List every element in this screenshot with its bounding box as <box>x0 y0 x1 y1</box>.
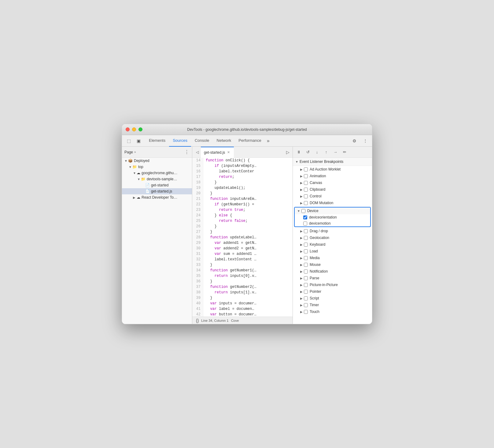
bp-checkbox[interactable] <box>304 229 308 233</box>
tree-item[interactable]: ▼☁googlechrome.githu… <box>122 170 192 176</box>
tree-item[interactable]: ▶☁React Developer To… <box>122 194 192 200</box>
bp-item[interactable]: ▶ Mouse <box>293 261 372 268</box>
bp-item[interactable]: ▶ Media <box>293 255 372 261</box>
bp-item[interactable]: ▶ Touch <box>293 308 372 315</box>
line-content[interactable]: function onClick() { <box>203 158 250 163</box>
bp-checkbox[interactable] <box>304 174 308 178</box>
bp-checkbox[interactable] <box>304 201 308 205</box>
line-content[interactable]: return inputs[0].v… <box>203 273 256 279</box>
code-tab-get-started-js[interactable]: get-started.js ✕ <box>201 147 234 158</box>
bp-item[interactable]: ▶ Animation <box>293 173 372 179</box>
bp-checkbox[interactable] <box>304 303 308 307</box>
deactivate-breakpoints-icon[interactable]: ✏ <box>341 149 348 156</box>
line-content[interactable]: } <box>203 191 212 196</box>
bp-item[interactable]: ▶ Parse <box>293 275 372 281</box>
line-content[interactable]: var label = documen… <box>203 306 254 312</box>
more-options-icon[interactable]: ⋮ <box>361 137 370 145</box>
line-content[interactable]: } <box>203 180 217 185</box>
line-content[interactable]: var button = documer… <box>203 312 256 317</box>
tree-item[interactable]: ▼📁devtools-sample… <box>122 176 192 182</box>
bp-checkbox[interactable] <box>304 296 308 300</box>
line-content[interactable]: return false; <box>203 218 248 224</box>
bp-item[interactable]: ▶ Ad Auction Worklet <box>293 166 372 173</box>
line-content[interactable]: if (getNumber1() = <box>203 202 254 207</box>
bp-checkbox[interactable] <box>304 263 308 267</box>
tab-elements[interactable]: Elements <box>145 135 169 147</box>
minimize-button[interactable] <box>132 127 136 131</box>
bp-item[interactable]: ▶ Script <box>293 295 372 302</box>
close-button[interactable] <box>126 127 130 131</box>
bp-checkbox[interactable] <box>304 276 308 280</box>
bp-item[interactable]: ▶ Keyboard <box>293 241 372 248</box>
format-icon[interactable]: {} <box>196 318 199 323</box>
line-content[interactable]: function getNumber2(… <box>203 284 256 290</box>
device-sub-checkbox[interactable] <box>303 222 307 226</box>
bp-checkbox[interactable] <box>304 256 308 260</box>
settings-icon[interactable]: ⚙ <box>350 137 359 145</box>
bp-item[interactable]: ▶ Pointer <box>293 288 372 295</box>
line-content[interactable]: } else { <box>203 213 232 218</box>
device-section-header[interactable]: ▼ Device <box>295 207 370 214</box>
navigate-back-icon[interactable]: ◁ <box>194 149 201 156</box>
bp-checkbox[interactable] <box>304 243 308 247</box>
bp-item[interactable]: ▶ Clipboard <box>293 186 372 193</box>
tree-item[interactable]: 📄get-started <box>122 182 192 188</box>
bp-checkbox[interactable] <box>304 167 308 171</box>
line-content[interactable]: function getNumber1(… <box>203 268 256 273</box>
step-icon[interactable]: → <box>332 149 339 156</box>
bp-item[interactable]: ▶ Drag / drop <box>293 228 372 234</box>
bp-checkbox[interactable] <box>304 181 308 185</box>
bp-item[interactable]: ▶ DOM Mutation <box>293 200 372 206</box>
device-icon[interactable]: ▣ <box>134 137 143 145</box>
line-content[interactable]: label.textContent … <box>203 257 256 262</box>
bp-checkbox[interactable] <box>304 188 308 192</box>
bp-checkbox[interactable] <box>304 290 308 294</box>
bp-item[interactable]: ▶ Control <box>293 193 372 200</box>
tree-item[interactable]: ▼📦Deployed <box>122 158 192 164</box>
file-panel-overflow-icon[interactable]: » <box>134 150 136 154</box>
line-content[interactable]: } <box>203 224 217 229</box>
pause-icon[interactable]: ⏸ <box>295 149 302 156</box>
run-snippet-icon[interactable]: ▷ <box>284 149 291 156</box>
line-content[interactable]: if (inputsAreEmpty… <box>203 163 256 169</box>
tab-console[interactable]: Console <box>191 135 213 147</box>
line-content[interactable]: var addend2 = getN… <box>203 246 256 251</box>
cursor-icon[interactable]: ⬚ <box>124 137 133 145</box>
bp-checkbox[interactable] <box>304 249 308 253</box>
bp-checkbox[interactable] <box>304 283 308 287</box>
bp-checkbox[interactable] <box>304 310 308 314</box>
line-content[interactable]: var addend1 = getN… <box>203 240 256 246</box>
bp-item[interactable]: ▶ Canvas <box>293 179 372 186</box>
device-sub-checkbox[interactable] <box>303 215 307 219</box>
bp-item[interactable]: ▶ Geolocation <box>293 234 372 241</box>
line-content[interactable]: label.textConter <box>203 169 254 174</box>
tab-performance[interactable]: Performance <box>235 135 265 147</box>
line-content[interactable]: } <box>203 279 212 284</box>
device-sub-item[interactable]: deviceorientation <box>295 214 370 220</box>
bp-item[interactable]: ▶ Timer <box>293 302 372 308</box>
line-content[interactable]: } <box>203 262 212 268</box>
file-panel-more-icon[interactable]: ⋮ <box>184 149 190 155</box>
bp-checkbox[interactable] <box>304 194 308 198</box>
tab-network[interactable]: Network <box>213 135 235 147</box>
event-listener-breakpoints-header[interactable]: ▼ Event Listener Breakpoints <box>293 158 372 166</box>
line-content[interactable]: return true; <box>203 207 245 213</box>
code-tab-close-icon[interactable]: ✕ <box>226 150 231 155</box>
maximize-button[interactable] <box>138 127 142 131</box>
tabs-overflow-button[interactable]: » <box>265 138 271 144</box>
tab-sources[interactable]: Sources <box>169 135 191 147</box>
line-content[interactable]: var inputs = documer… <box>203 301 256 306</box>
tree-item[interactable]: ▼📁top <box>122 164 192 170</box>
line-content[interactable]: } <box>203 295 212 301</box>
device-checkbox[interactable] <box>301 209 305 213</box>
line-content[interactable]: } <box>203 229 212 235</box>
bp-checkbox[interactable] <box>304 270 308 274</box>
step-over-icon[interactable]: ↺ <box>304 149 311 156</box>
line-content[interactable]: return inputs[1].v… <box>203 290 256 295</box>
tree-item[interactable]: 📄get-started.js <box>122 188 192 194</box>
line-content[interactable]: function inputsAreEm… <box>203 196 256 202</box>
bp-checkbox[interactable] <box>304 236 308 240</box>
step-into-icon[interactable]: ↓ <box>314 149 320 156</box>
device-sub-item[interactable]: devicemotion <box>295 220 370 226</box>
line-content[interactable]: updateLabel(); <box>203 185 245 191</box>
